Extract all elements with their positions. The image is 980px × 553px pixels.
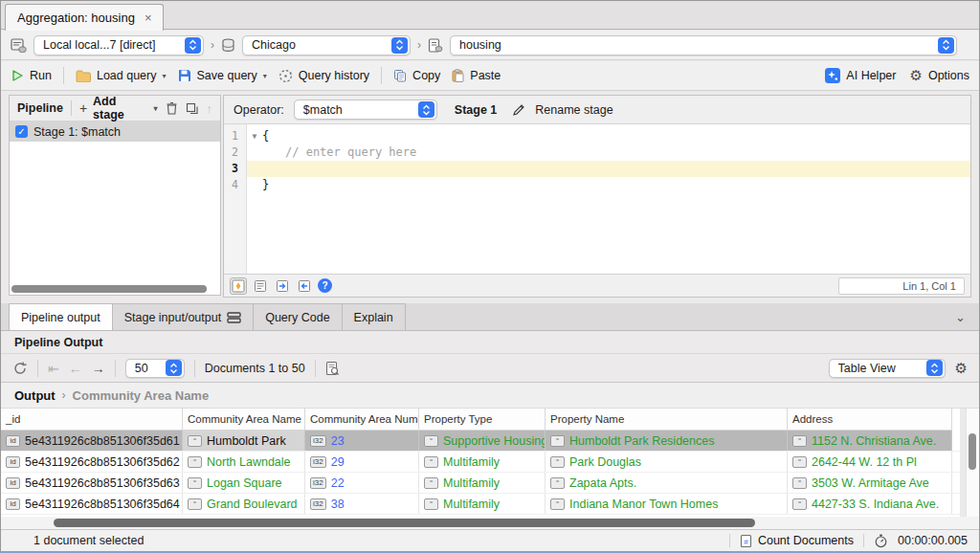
string-type-icon: “	[792, 435, 807, 447]
column-header-property-name[interactable]: Property Name	[546, 409, 788, 431]
execution-time: 00:00:00.005	[898, 534, 968, 547]
connection-bar: Local local...7 [direct] › Chicago › hou…	[1, 31, 979, 60]
load-query-button[interactable]: Load query ▾	[76, 69, 167, 82]
caret-down-icon: ▾	[153, 104, 157, 113]
table-hscrollbar[interactable]	[54, 519, 755, 527]
line-number: 2	[224, 144, 246, 161]
delete-stage-icon[interactable]	[166, 101, 178, 115]
tab-aggregation-housing[interactable]: Aggregation: housing ×	[5, 4, 164, 31]
pipeline-hscrollbar[interactable]	[11, 285, 207, 293]
document-tabstrip: Aggregation: housing ×	[1, 1, 979, 30]
objectid-type-icon: id	[6, 435, 20, 447]
view-mode-select[interactable]: Table View	[829, 359, 946, 378]
collapse-chevron-icon[interactable]: ⌄	[955, 310, 966, 324]
ai-helper-button[interactable]: AI Helper	[825, 68, 896, 83]
string-type-icon: “	[792, 456, 807, 468]
caret-down-icon: ▾	[163, 72, 167, 80]
int32-type-icon: i32	[310, 498, 326, 510]
database-select[interactable]: Chicago	[242, 35, 411, 55]
int32-type-icon: i32	[310, 435, 326, 447]
stepper-icon	[926, 360, 943, 376]
breadcrumb-gt-icon: ›	[62, 388, 66, 402]
code-line-2: // enter query here	[262, 144, 416, 161]
table-row[interactable]: id5e4311926c8b851306f35d64 “Grand Boulev…	[1, 494, 960, 515]
separator	[729, 534, 730, 547]
query-history-button[interactable]: Query history	[278, 69, 369, 83]
view-settings-gear-icon[interactable]: ⚙	[955, 360, 968, 377]
table-row[interactable]: id5e4311926c8b851306f35d63 “Logan Square…	[1, 473, 960, 494]
separator	[315, 360, 316, 377]
svg-text:#: #	[744, 537, 748, 545]
find-in-results-icon[interactable]	[325, 361, 340, 376]
current-line	[247, 161, 970, 177]
move-stage-up-icon[interactable]: ↑	[207, 101, 213, 116]
server-select[interactable]: Local local...7 [direct]	[33, 35, 204, 55]
plus-icon: +	[79, 100, 87, 116]
table-row[interactable]: id5e4311926c8b851306f35d62 “North Lawnda…	[1, 452, 960, 473]
next-page-icon[interactable]: →	[92, 361, 105, 376]
table-row[interactable]: id5e4311926c8b851306f35d61 “Humboldt Par…	[1, 431, 960, 452]
stage-enabled-checkbox[interactable]: ✓	[15, 125, 28, 138]
paste-icon	[452, 69, 464, 82]
document-lines-icon[interactable]	[252, 277, 269, 295]
breadcrumb-root[interactable]: Output	[14, 388, 56, 403]
separator	[863, 534, 864, 547]
string-type-icon: “	[188, 435, 202, 447]
copy-button[interactable]: Copy	[393, 69, 440, 82]
string-type-icon: “	[792, 477, 807, 489]
toolbar-separator	[381, 67, 382, 84]
help-icon[interactable]: ?	[318, 278, 332, 293]
fold-arrow-icon[interactable]: ▼	[247, 128, 262, 144]
tab-pipeline-output[interactable]: Pipeline output	[9, 303, 113, 330]
stopwatch-icon	[874, 534, 888, 548]
stepper-icon	[938, 37, 954, 54]
close-icon[interactable]: ×	[145, 11, 152, 25]
save-query-button[interactable]: Save query ▾	[178, 69, 267, 82]
line-number: 3	[224, 161, 246, 177]
copy-icon	[393, 69, 407, 82]
rename-stage-button[interactable]: Rename stage	[535, 103, 612, 117]
pencil-icon[interactable]	[512, 103, 525, 117]
options-button[interactable]: ⚙ Options	[909, 67, 969, 84]
duplicate-stage-icon[interactable]	[186, 102, 199, 115]
stage-list-item[interactable]: ✓ Stage 1: $match	[10, 122, 220, 142]
caret-down-icon: ▾	[263, 72, 267, 80]
stepper-icon	[418, 101, 434, 118]
column-header-community-area-name[interactable]: Community Area Name	[183, 409, 305, 431]
operator-select[interactable]: $match	[294, 100, 437, 120]
line-number: 4	[224, 177, 246, 193]
breadcrumb-field[interactable]: Community Area Name	[73, 388, 210, 403]
column-header-address[interactable]: Address	[788, 409, 952, 431]
count-documents-button[interactable]: # Count Documents	[740, 534, 854, 548]
page-size-select[interactable]: 50	[125, 359, 185, 378]
line-number: 1	[224, 128, 246, 144]
indent-left-icon[interactable]	[296, 277, 313, 295]
gear-icon: ⚙	[909, 67, 922, 84]
first-page-icon[interactable]: ⇤	[48, 361, 59, 376]
string-type-icon: “	[550, 498, 565, 510]
paste-button[interactable]: Paste	[452, 69, 501, 82]
prev-page-icon[interactable]: ←	[69, 361, 82, 376]
column-header-community-area-number[interactable]: Community Area Number	[305, 409, 419, 431]
run-button[interactable]: Run	[11, 69, 52, 82]
editor-code[interactable]: ▼{ // enter query here }	[247, 124, 970, 274]
table-vscrollbar[interactable]	[969, 433, 976, 470]
query-editor[interactable]: 1 2 3 4 ▼{ // enter query here }	[224, 124, 970, 274]
column-header-id[interactable]: _id	[1, 409, 183, 431]
code-line-4: }	[262, 177, 269, 193]
collection-select[interactable]: housing	[450, 35, 957, 55]
connection-icon	[11, 38, 27, 53]
tab-explain[interactable]: Explain	[342, 303, 406, 330]
format-query-icon[interactable]	[230, 277, 247, 295]
ai-sparkle-icon	[825, 68, 840, 83]
stepper-icon	[391, 37, 408, 54]
indent-right-icon[interactable]	[274, 277, 291, 295]
tab-stage-input-output[interactable]: Stage input/output	[112, 303, 254, 330]
refresh-icon[interactable]	[12, 361, 28, 376]
add-stage-button[interactable]: + Add stage ▾	[79, 95, 158, 122]
results-table: _id Community Area Name Community Area N…	[1, 409, 960, 517]
app-window: Aggregation: housing × Local local...7 […	[0, 0, 980, 553]
tab-query-code[interactable]: Query Code	[253, 303, 342, 330]
string-type-icon: “	[792, 498, 807, 510]
column-header-property-type[interactable]: Property Type	[419, 409, 546, 431]
